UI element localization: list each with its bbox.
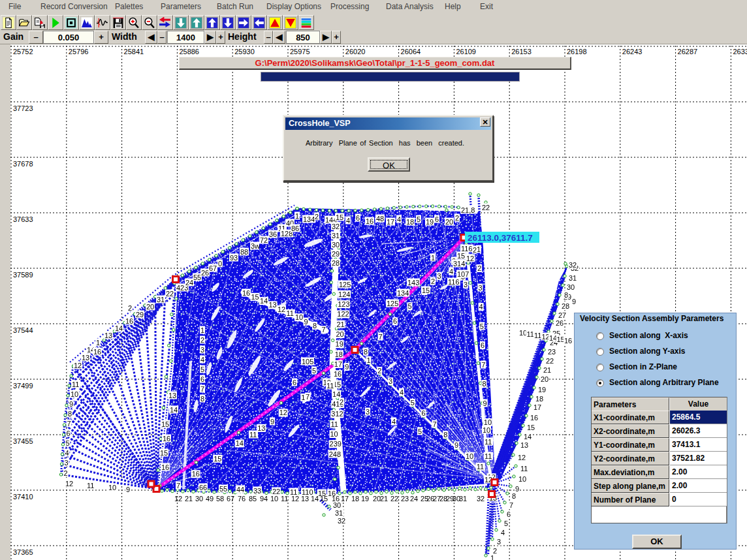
svg-text:23: 23 <box>548 348 556 356</box>
svg-text:11: 11 <box>87 482 94 490</box>
svg-text:14: 14 <box>332 390 340 398</box>
svg-text:9: 9 <box>270 418 274 426</box>
svg-text:14: 14 <box>311 495 319 503</box>
svg-text:5: 5 <box>480 322 484 330</box>
svg-text:20: 20 <box>445 218 453 226</box>
svg-text:1: 1 <box>96 339 100 347</box>
svg-text:15: 15 <box>214 455 221 463</box>
svg-text:9: 9 <box>454 441 458 449</box>
svg-text:16: 16 <box>93 348 101 356</box>
svg-text:107: 107 <box>457 270 469 278</box>
svg-text:49: 49 <box>206 495 214 503</box>
svg-text:239: 239 <box>330 440 342 448</box>
svg-text:15: 15 <box>251 293 259 301</box>
svg-text:26243: 26243 <box>622 48 643 55</box>
svg-text:15: 15 <box>422 287 430 294</box>
svg-text:143: 143 <box>407 279 419 287</box>
svg-text:26287: 26287 <box>678 48 698 55</box>
svg-text:4: 4 <box>501 529 505 537</box>
svg-text:11: 11 <box>527 330 534 338</box>
svg-text:58: 58 <box>216 495 224 503</box>
svg-text:8: 8 <box>564 291 568 299</box>
svg-text:248: 248 <box>329 450 341 458</box>
svg-text:15: 15 <box>160 449 168 457</box>
svg-text:10: 10 <box>108 484 116 491</box>
svg-text:32: 32 <box>332 223 340 230</box>
svg-text:4: 4 <box>200 356 204 364</box>
svg-text:3: 3 <box>437 272 441 280</box>
svg-text:8: 8 <box>364 348 368 356</box>
svg-text:7: 7 <box>322 326 326 334</box>
svg-text:17: 17 <box>334 360 342 368</box>
svg-text:12: 12 <box>174 495 182 503</box>
svg-text:44: 44 <box>236 486 244 493</box>
svg-text:8: 8 <box>512 492 516 500</box>
svg-text:125: 125 <box>339 281 351 288</box>
svg-text:4: 4 <box>397 215 401 223</box>
svg-text:12: 12 <box>278 305 285 313</box>
svg-text:3: 3 <box>200 346 204 354</box>
svg-text:1: 1 <box>431 254 435 262</box>
svg-text:5: 5 <box>200 366 204 373</box>
svg-text:26020: 26020 <box>345 48 366 55</box>
svg-text:37365: 37365 <box>13 548 33 556</box>
svg-text:9: 9 <box>515 485 519 493</box>
svg-text:4: 4 <box>479 303 483 311</box>
svg-text:9: 9 <box>572 298 576 305</box>
svg-text:6: 6 <box>67 429 71 437</box>
svg-text:94: 94 <box>260 495 268 503</box>
svg-text:123: 123 <box>338 300 349 308</box>
svg-text:36: 36 <box>269 230 277 238</box>
svg-text:26153: 26153 <box>511 48 532 55</box>
svg-text:2: 2 <box>477 264 481 272</box>
svg-text:3: 3 <box>497 538 501 546</box>
svg-text:125: 125 <box>387 300 398 307</box>
svg-text:18: 18 <box>335 350 343 358</box>
svg-text:134: 134 <box>303 215 315 223</box>
svg-text:20: 20 <box>336 330 344 338</box>
svg-text:13: 13 <box>82 354 89 362</box>
svg-text:15: 15 <box>527 424 535 431</box>
svg-text:26109: 26109 <box>456 48 476 55</box>
svg-text:4: 4 <box>449 268 453 275</box>
svg-text:88: 88 <box>240 248 248 256</box>
svg-text:32: 32 <box>477 495 485 503</box>
svg-text:14: 14 <box>170 406 178 414</box>
svg-text:13: 13 <box>520 441 528 449</box>
svg-text:30: 30 <box>195 495 203 503</box>
svg-text:12: 12 <box>518 454 526 461</box>
svg-text:9: 9 <box>483 399 487 407</box>
svg-text:2: 2 <box>431 277 435 285</box>
svg-text:31: 31 <box>157 296 165 303</box>
svg-text:72: 72 <box>260 236 268 244</box>
svg-text:21: 21 <box>185 495 193 503</box>
svg-text:23: 23 <box>401 495 409 503</box>
svg-text:9: 9 <box>126 486 130 493</box>
svg-text:22: 22 <box>546 357 554 365</box>
svg-text:20: 20 <box>541 375 548 383</box>
svg-text:17: 17 <box>341 495 349 503</box>
svg-text:3: 3 <box>65 459 69 467</box>
svg-text:11: 11 <box>281 495 288 503</box>
svg-text:27: 27 <box>558 311 566 319</box>
svg-text:11: 11 <box>72 381 79 388</box>
svg-text:67: 67 <box>227 495 234 503</box>
svg-text:55: 55 <box>219 485 227 493</box>
svg-text:26: 26 <box>556 319 564 327</box>
svg-text:2: 2 <box>493 547 497 555</box>
svg-text:16: 16 <box>564 337 572 345</box>
svg-text:11: 11 <box>477 463 484 471</box>
svg-text:2: 2 <box>64 469 68 477</box>
svg-text:5: 5 <box>417 215 421 223</box>
svg-text:14: 14 <box>549 334 557 342</box>
svg-text:11: 11 <box>330 420 338 428</box>
svg-text:31: 31 <box>459 495 467 503</box>
svg-text:6: 6 <box>356 214 360 222</box>
svg-text:124: 124 <box>338 290 350 298</box>
svg-text:16: 16 <box>192 470 200 478</box>
svg-text:2: 2 <box>455 214 459 222</box>
svg-text:26332: 26332 <box>733 48 747 55</box>
svg-text:32: 32 <box>338 517 345 525</box>
svg-text:37723: 37723 <box>13 104 33 112</box>
svg-text:11: 11 <box>326 382 334 390</box>
